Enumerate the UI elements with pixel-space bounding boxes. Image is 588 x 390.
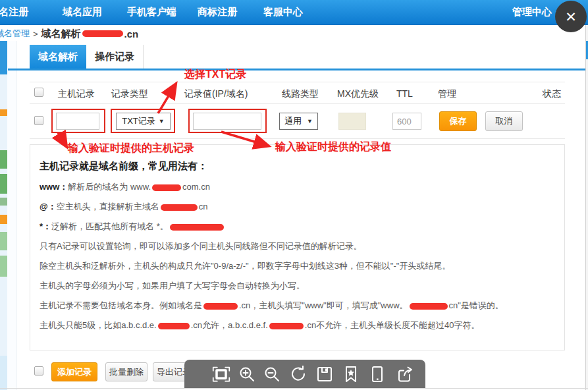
- add-record-button[interactable]: 添加记录: [51, 362, 97, 381]
- help-line-lowercase: 主机头的字母必须为小写，如果用户填了大写字母会自动转换为小写。: [40, 280, 305, 292]
- zoom-in-icon[interactable]: [238, 365, 256, 383]
- dns-management-page: 域名注册 域名应用 手机客户端 商标注册 客服中心 管理中心▼ ✕ 域名管理 >…: [0, 0, 588, 390]
- close-icon: ✕: [565, 10, 577, 24]
- redacted-domain: [410, 303, 448, 310]
- breadcrumb-domain-management[interactable]: 域名管理: [0, 28, 30, 40]
- nav-item-domain-apps[interactable]: 域名应用: [63, 6, 102, 18]
- bottom-select-all-checkbox[interactable]: [34, 366, 43, 376]
- save-button[interactable]: 保存: [439, 111, 477, 131]
- background-page-gutter: [7, 41, 17, 390]
- breadcrumb: 域名管理 > 域名解析 .cn: [0, 26, 138, 41]
- record-type-dropdown[interactable]: TXT记录▼: [116, 113, 171, 130]
- bottom-divider: [0, 388, 588, 389]
- nav-item-mobile-client[interactable]: 手机客户端: [127, 6, 176, 18]
- record-type-value: TXT记录: [122, 115, 155, 127]
- help-line-charset: 除空主机头和泛解析外，主机头的构成只允许"0-9/a-z/-"，即数字字母中划线…: [40, 260, 450, 272]
- nav-item-support[interactable]: 客服中心: [263, 6, 303, 18]
- help-line-a-record: 只有A记录可以设置轮询，即可以添加多个同主机头同线路但不同记录值的解析记录。: [40, 240, 362, 252]
- chevron-down-icon: ▼: [307, 118, 313, 125]
- col-header-host: 主机记录: [58, 88, 95, 100]
- host-record-input[interactable]: [56, 113, 99, 130]
- tab-operation-log[interactable]: 操作记录: [86, 45, 144, 69]
- fit-screen-icon[interactable]: [212, 365, 230, 383]
- row-checkbox[interactable]: [34, 116, 43, 125]
- tab-domain-resolution[interactable]: 域名解析: [30, 45, 86, 69]
- col-header-mx: MX优先级: [337, 88, 379, 100]
- mx-priority-input-disabled: [338, 113, 366, 130]
- redacted-domain: [152, 184, 181, 191]
- help-line-wildcard: *：泛解析，匹配其他所有域名 *。: [40, 221, 225, 233]
- col-header-ttl: TTL: [396, 88, 413, 99]
- redacted-domain: [203, 303, 238, 310]
- background-page-left-sliver: [0, 41, 7, 390]
- redacted-domain: [161, 204, 198, 211]
- breadcrumb-current: 域名解析: [41, 28, 81, 40]
- bookmark-icon[interactable]: [342, 365, 360, 383]
- rotate-icon[interactable]: [289, 365, 307, 383]
- account-center-label: 管理中心: [512, 6, 552, 17]
- redacted-domain: [170, 224, 224, 231]
- help-line-no-domain: 主机记录不需要包括域名本身。例如域名是.cn，主机头填写"www"即可，填写成"…: [40, 300, 504, 312]
- col-header-value: 记录值(IP/域名): [184, 88, 248, 100]
- device-icon[interactable]: [368, 365, 387, 383]
- redacted-domain: [82, 30, 123, 37]
- nav-item-domain-register[interactable]: 域名注册: [0, 6, 28, 18]
- ttl-input[interactable]: [392, 113, 421, 130]
- select-all-checkbox[interactable]: [34, 88, 43, 97]
- zoom-out-icon[interactable]: [263, 365, 281, 383]
- help-line-at: @：空主机头，直接解析主域名cn: [40, 201, 207, 213]
- line-type-value: 通用: [284, 115, 302, 127]
- viewer-toolbar: [184, 360, 425, 388]
- help-title: 主机记录就是域名前缀，常见用法有：: [40, 160, 207, 173]
- annotation-value-hint: 输入验证时提供的记录值: [275, 140, 391, 154]
- cancel-button[interactable]: 取消: [485, 111, 523, 131]
- record-value-input[interactable]: [193, 113, 261, 130]
- tab-underline: [8, 69, 585, 70]
- col-header-manage: 管理: [438, 88, 456, 100]
- annotation-select-txt: 选择TXT记录: [184, 68, 246, 82]
- nav-item-account-center[interactable]: 管理中心▼: [512, 6, 561, 18]
- chevron-down-icon: ▼: [159, 118, 165, 125]
- top-nav: 域名注册 域名应用 手机客户端 商标注册 客服中心 管理中心▼: [0, 0, 588, 25]
- annotation-host-hint: 输入验证时提供的主机记录: [68, 142, 194, 155]
- col-header-type: 记录类型: [111, 88, 148, 100]
- batch-delete-button[interactable]: 批量删除: [105, 362, 147, 381]
- close-button[interactable]: ✕: [555, 1, 587, 32]
- redacted-domain: [158, 323, 190, 329]
- help-line-levels: 主机头只能5级，比如a.b.c.d.e..cn允许，a.b.c.d.e.f..c…: [40, 320, 480, 331]
- help-line-www: www：解析后的域名为 www.com.cn: [40, 181, 210, 193]
- table-top-border: [30, 82, 565, 82]
- table-row-border: [30, 138, 565, 139]
- col-header-status: 状态: [543, 88, 561, 100]
- breadcrumb-separator: >: [33, 29, 38, 39]
- nav-item-trademark[interactable]: 商标注册: [198, 6, 237, 18]
- table-header-border: [30, 103, 565, 104]
- redacted-domain: [269, 323, 304, 329]
- save-icon[interactable]: [315, 365, 334, 383]
- breadcrumb-domain-suffix: .cn: [124, 28, 139, 40]
- line-type-dropdown[interactable]: 通用▼: [279, 113, 318, 130]
- col-header-line: 线路类型: [282, 88, 319, 100]
- share-icon[interactable]: [396, 365, 414, 383]
- background-page-right-sliver: [585, 25, 588, 390]
